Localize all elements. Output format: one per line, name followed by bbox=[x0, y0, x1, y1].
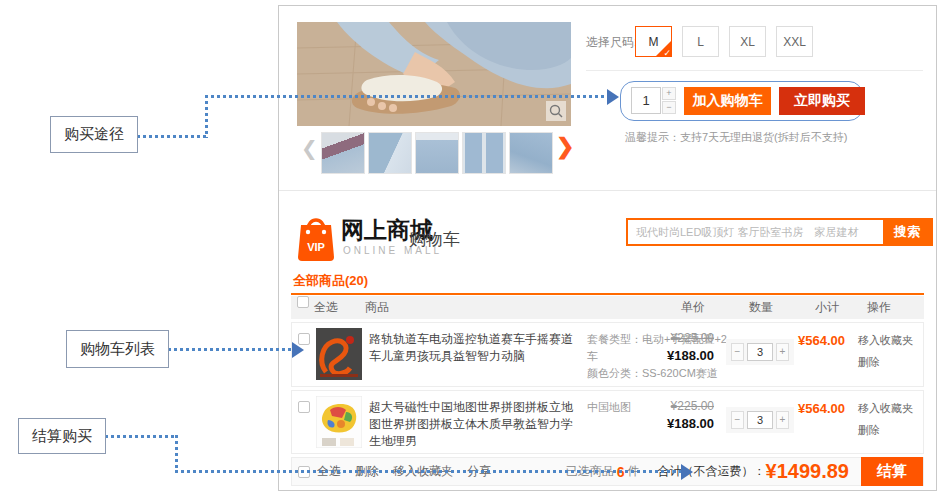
old-price: ¥225.00 bbox=[648, 331, 714, 345]
search-bar: 搜索 bbox=[626, 218, 933, 246]
total-value: ¥1499.89 bbox=[766, 460, 849, 483]
select-all-checkbox[interactable] bbox=[297, 296, 309, 308]
annotation-line bbox=[205, 95, 609, 98]
unit-price: ¥188.00 bbox=[648, 416, 714, 431]
add-to-cart-button[interactable]: 加入购物车 bbox=[684, 87, 771, 115]
annotation-line bbox=[175, 470, 683, 473]
product-image-race-track[interactable] bbox=[316, 328, 362, 380]
row-subtotal: ¥564.00 bbox=[798, 401, 845, 416]
annotation-cart-list: 购物车列表 bbox=[66, 330, 169, 368]
quantity-decrease-button[interactable]: − bbox=[662, 101, 676, 114]
spec-line: 颜色分类：SS-620CM赛道 bbox=[587, 365, 727, 382]
mall-logo[interactable]: VIP bbox=[295, 211, 337, 267]
thumbnail-strip bbox=[321, 132, 553, 174]
decrease-button[interactable]: − bbox=[731, 411, 744, 429]
delete-link[interactable]: 删除 bbox=[858, 423, 913, 438]
increase-button[interactable]: + bbox=[776, 343, 789, 361]
magnifier-icon[interactable] bbox=[546, 101, 566, 121]
divider bbox=[586, 70, 923, 71]
size-option-label: L bbox=[697, 35, 704, 49]
annotation-line bbox=[205, 95, 208, 138]
product-title[interactable]: 超大号磁性中国地图世界拼图拼板立地图世界拼图拼板立体木质早教益智力学生地理男 bbox=[369, 399, 583, 450]
annotation-line bbox=[105, 435, 178, 438]
delete-link[interactable]: 删除 bbox=[858, 355, 913, 370]
quantity-input[interactable] bbox=[631, 87, 661, 114]
annotation-line bbox=[168, 348, 294, 351]
annotation-checkout: 结算购买 bbox=[18, 418, 106, 454]
decrease-button[interactable]: − bbox=[731, 343, 744, 361]
cart-row-2: 超大号磁性中国地图世界拼图拼板立地图世界拼图拼板立体木质早教益智力学生地理男 中… bbox=[291, 390, 924, 454]
search-button[interactable]: 搜索 bbox=[883, 220, 931, 244]
header-product: 商品 bbox=[365, 296, 389, 319]
size-option-label: XXL bbox=[783, 35, 806, 49]
move-to-favorites-link[interactable]: 移入收藏夹 bbox=[858, 333, 913, 348]
tab-all-items[interactable]: 全部商品(20) bbox=[293, 272, 368, 290]
jeans-product-photo bbox=[297, 22, 571, 126]
vip-badge-text: VIP bbox=[307, 241, 325, 253]
thumbnails-next-chevron-icon[interactable]: ❯ bbox=[556, 136, 574, 158]
cart-table-header: 全选 商品 单价 数量 小计 操作 bbox=[291, 296, 924, 319]
cart-row-1: 路轨轨道车电动遥控轨道赛车手摇赛道车儿童男孩玩具益智智力动脑 套餐类型：电动+手… bbox=[291, 322, 924, 387]
size-option-label: XL bbox=[740, 35, 755, 49]
tab-underline bbox=[291, 293, 924, 295]
size-option-xxl[interactable]: XXL bbox=[776, 26, 813, 57]
move-to-favorites-link[interactable]: 移入收藏夹 bbox=[858, 401, 913, 416]
divider bbox=[279, 190, 936, 191]
header-unit-price: 单价 bbox=[681, 296, 705, 319]
row-quantity-stepper: − + bbox=[726, 407, 794, 433]
thumbnail-3[interactable] bbox=[415, 132, 459, 174]
search-input[interactable] bbox=[628, 220, 883, 244]
quantity-increase-button[interactable]: + bbox=[662, 87, 676, 100]
row-subtotal: ¥564.00 bbox=[798, 333, 845, 348]
product-image-china-map[interactable] bbox=[316, 396, 362, 448]
header-quantity: 数量 bbox=[749, 296, 773, 319]
quantity-control: + − bbox=[631, 87, 676, 114]
thumbnail-1[interactable] bbox=[321, 132, 365, 174]
size-option-l[interactable]: L bbox=[682, 26, 719, 57]
annotation-arrow-icon bbox=[607, 89, 619, 105]
size-option-xl[interactable]: XL bbox=[729, 26, 766, 57]
annotation-purchase-path: 购买途径 bbox=[50, 116, 138, 153]
row-quantity-stepper: − + bbox=[726, 339, 794, 365]
return-policy-tip: 温馨提示：支持7天无理由退货(拆封后不支持) bbox=[625, 130, 847, 145]
product-title[interactable]: 路轨轨道车电动遥控轨道赛车手摇赛道车儿童男孩玩具益智智力动脑 bbox=[369, 331, 583, 365]
check-icon: ✓ bbox=[663, 48, 671, 58]
annotation-line bbox=[137, 135, 207, 138]
size-label: 选择尺码: bbox=[586, 34, 637, 51]
row-quantity-input[interactable] bbox=[747, 411, 773, 429]
old-price: ¥225.00 bbox=[648, 399, 714, 413]
size-option-m[interactable]: M ✓ bbox=[635, 26, 672, 57]
row-actions: 移入收藏夹 删除 bbox=[858, 401, 913, 445]
thumbnail-5[interactable] bbox=[509, 132, 553, 174]
header-subtotal: 小计 bbox=[815, 296, 839, 319]
unit-price: ¥188.00 bbox=[648, 348, 714, 363]
row-actions: 移入收藏夹 删除 bbox=[858, 333, 913, 377]
increase-button[interactable]: + bbox=[776, 411, 789, 429]
screenshot-root: ❮ ❯ 选择尺码: M ✓ L XL XXL bbox=[0, 0, 940, 495]
checkout-button[interactable]: 结算 bbox=[861, 457, 923, 486]
annotation-arrow-icon bbox=[292, 342, 304, 358]
header-select-all[interactable]: 全选 bbox=[314, 296, 338, 319]
header-actions: 操作 bbox=[867, 296, 891, 319]
thumbnail-4[interactable] bbox=[462, 132, 506, 174]
buy-now-button[interactable]: 立即购买 bbox=[779, 87, 865, 115]
annotation-line bbox=[175, 435, 178, 473]
size-options: M ✓ L XL XXL bbox=[635, 26, 813, 57]
row-quantity-input[interactable] bbox=[747, 343, 773, 361]
page-title-cart: 购物车 bbox=[409, 228, 460, 251]
thumbnails-prev-chevron-icon[interactable]: ❮ bbox=[301, 138, 318, 158]
row-checkbox[interactable] bbox=[298, 401, 310, 413]
annotation-arrow-icon bbox=[681, 464, 693, 480]
thumbnail-2[interactable] bbox=[368, 132, 412, 174]
shop-panel: ❮ ❯ 选择尺码: M ✓ L XL XXL bbox=[278, 5, 937, 491]
product-main-image[interactable] bbox=[297, 22, 571, 126]
